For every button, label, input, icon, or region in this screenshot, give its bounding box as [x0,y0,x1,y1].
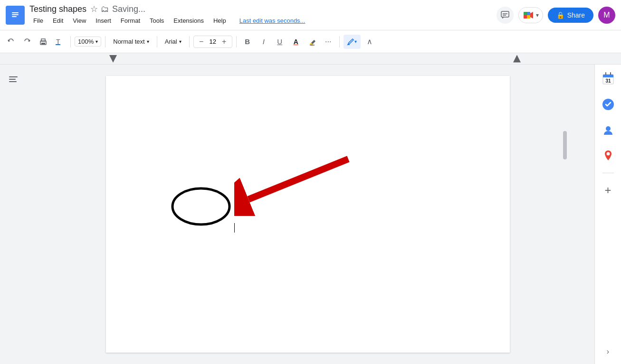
title-icons: ☆ 🗂 Saving... [90,4,145,14]
toolbar-divider-2 [105,36,105,47]
menu-edit[interactable]: Edit [49,15,67,26]
bold-button[interactable]: B [240,35,255,49]
menu-format[interactable]: Format [117,15,144,26]
meet-chevron: ▾ [536,12,539,19]
toolbar-divider-5 [236,36,237,47]
toolbar-divider-6 [339,36,340,47]
style-chevron: ▾ [147,39,149,44]
last-edit[interactable]: Last edit was seconds... [236,15,309,26]
doc-title-area: Testing shapes ☆ 🗂 Saving... File Edit V… [29,4,309,26]
zoom-selector[interactable]: 100% ▾ [75,37,101,47]
svg-rect-1 [12,12,19,13]
toolbar-divider-3 [157,36,157,47]
editing-mode-button[interactable]: ▾ [344,35,361,49]
google-docs-icon[interactable] [6,6,25,25]
font-chevron: ▾ [179,39,182,44]
undo-button[interactable] [4,35,18,49]
meet-button[interactable]: ▾ [518,7,543,23]
tasks-sidebar-button[interactable] [600,96,617,113]
calendar-sidebar-button[interactable]: 31 [600,70,617,87]
ellipse-shape[interactable] [168,180,234,230]
toolbar-divider-4 [189,36,190,47]
svg-rect-18 [56,44,60,45]
lock-icon: 🔒 [556,11,564,19]
svg-rect-29 [603,76,613,77]
menu-file[interactable]: File [29,15,47,26]
main-layout: 31 + › [0,65,621,364]
zoom-chevron: ▾ [96,39,98,44]
font-size-value[interactable]: 12 [208,38,218,45]
document-outline-button[interactable] [6,72,21,87]
svg-rect-23 [9,81,17,82]
maps-sidebar-button[interactable] [600,147,617,164]
left-margin-tab[interactable] [109,55,117,63]
svg-rect-15 [41,39,45,41]
svg-rect-10 [524,12,527,15]
italic-button[interactable]: I [257,35,271,49]
svg-rect-13 [524,15,527,19]
redo-button[interactable] [20,35,34,49]
font-size-increase[interactable]: + [220,37,229,47]
underline-button[interactable]: U [273,35,287,49]
text-style-selector[interactable]: Normal text ▾ [109,36,153,47]
svg-line-26 [248,159,348,199]
right-margin-tab[interactable] [513,55,521,63]
print-button[interactable] [36,35,50,49]
share-label: Share [567,11,585,19]
svg-rect-11 [527,15,530,19]
menu-tools[interactable]: Tools [146,15,168,26]
comment-button[interactable] [497,7,514,24]
ruler [0,53,621,65]
collapse-toolbar-button[interactable]: ∧ [363,35,377,49]
doc-title[interactable]: Testing shapes [29,4,86,14]
zoom-value: 100% [78,38,94,45]
menu-help[interactable]: Help [210,15,230,26]
font-size-area: − 12 + [193,36,232,48]
svg-point-24 [172,188,229,224]
star-icon[interactable]: ☆ [90,4,98,14]
editing-chevron: ▾ [354,39,357,44]
text-style-value: Normal text [113,38,144,45]
svg-rect-16 [41,43,45,44]
red-arrow [234,154,353,218]
share-button[interactable]: 🔒 Share [548,8,593,23]
svg-rect-4 [501,11,509,17]
top-right-buttons: ▾ 🔒 Share M [497,7,615,24]
saving-status: Saving... [112,4,145,14]
svg-point-35 [606,152,610,156]
font-selector[interactable]: Arial ▾ [161,36,185,47]
document-area[interactable] [27,65,589,364]
paint-format-button[interactable]: T [52,35,67,49]
text-color-button[interactable]: A [289,35,303,49]
menu-extensions[interactable]: Extensions [170,15,208,26]
svg-rect-12 [527,12,530,15]
highlight-button[interactable] [305,35,319,49]
scrollbar-thumb[interactable] [563,131,567,159]
user-avatar[interactable]: M [598,7,615,24]
svg-rect-2 [12,14,19,15]
font-value: Arial [165,38,177,45]
formatting-toolbar: T 100% ▾ Normal text ▾ Arial ▾ − 12 + B … [0,30,621,53]
document-page[interactable] [106,76,510,353]
menu-bar: File Edit View Insert Format Tools Exten… [29,15,309,26]
sidebar-divider [602,173,614,173]
menu-insert[interactable]: Insert [92,15,115,26]
drive-icon[interactable]: 🗂 [101,4,109,14]
svg-rect-22 [9,79,16,80]
svg-rect-3 [12,16,17,17]
svg-marker-9 [530,12,533,19]
scrollbar-track[interactable] [562,129,568,364]
svg-rect-21 [9,76,18,77]
right-sidebar: 31 + › [594,65,621,364]
svg-text:31: 31 [605,78,611,84]
svg-point-34 [606,126,611,131]
add-sidebar-button[interactable]: + [600,182,617,199]
toolbar-divider-1 [70,36,71,47]
font-size-decrease[interactable]: − [197,37,206,47]
menu-view[interactable]: View [69,15,90,26]
top-bar: Testing shapes ☆ 🗂 Saving... File Edit V… [0,0,621,30]
expand-sidebar-button[interactable]: › [600,343,617,360]
left-panel [0,65,27,364]
more-options-button[interactable]: ··· [321,35,335,49]
contacts-sidebar-button[interactable] [600,121,617,139]
